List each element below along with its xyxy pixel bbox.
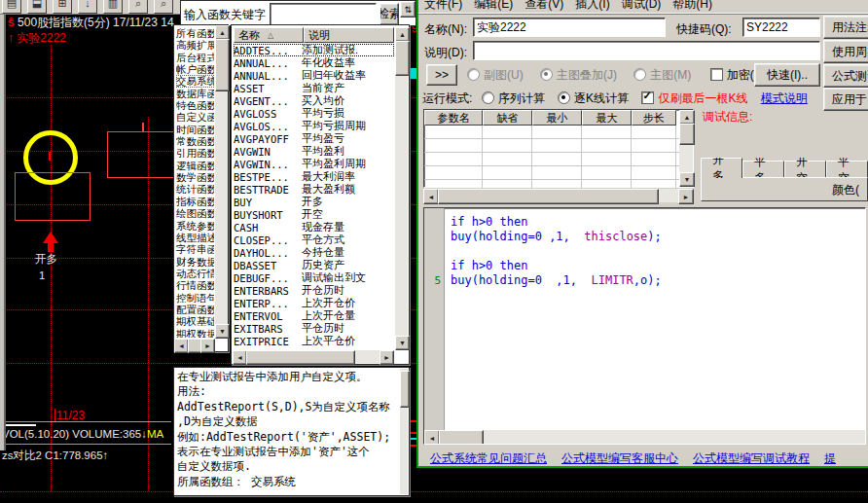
scroll-right-icon[interactable]: ► — [380, 350, 394, 365]
category-item[interactable]: 常数函数 — [176, 135, 214, 147]
help-link[interactable]: 公式系统常见问题汇总 — [430, 450, 547, 467]
function-search-input[interactable] — [270, 3, 377, 25]
usage-period-button[interactable]: 使用周期 — [823, 40, 868, 63]
help-link[interactable]: 公式模型编写调试教程 — [693, 450, 810, 467]
category-item[interactable]: 引用函数 — [176, 147, 214, 159]
layers-icon[interactable]: ⬓ — [27, 0, 47, 14]
parameter-column-header[interactable]: 缺省 — [483, 110, 532, 126]
mainchart-radio[interactable] — [633, 68, 646, 81]
scroll-thumb[interactable] — [439, 430, 484, 445]
tab-close-short[interactable]: 平空 — [826, 161, 868, 178]
scroll-left-icon[interactable]: ◄ — [174, 339, 189, 353]
category-item[interactable]: 特色函数 — [176, 99, 214, 111]
category-item[interactable]: 数学函数 — [176, 171, 214, 183]
subchart-radio[interactable] — [467, 68, 480, 81]
apply-to-button[interactable]: 应用于 — [823, 88, 868, 111]
down-arrow-icon[interactable]: ↓ — [78, 0, 97, 14]
category-item[interactable]: 动态行情 — [176, 268, 214, 279]
category-item[interactable]: 绘图函数 — [176, 207, 214, 219]
scroll-thumb[interactable] — [400, 371, 410, 408]
scroll-left-icon[interactable]: ◄ — [424, 430, 440, 445]
quick-button[interactable]: 快速(I).. — [754, 63, 820, 87]
category-item[interactable]: 线型描述 — [176, 232, 214, 243]
menu-item[interactable]: 文件(F) — [418, 0, 468, 13]
description-scrollbar[interactable] — [400, 369, 408, 494]
code-hscrollbar[interactable]: ◄ — [424, 430, 865, 444]
parameter-row[interactable] — [424, 166, 693, 180]
category-item[interactable]: 配置函数 — [176, 304, 214, 315]
parameter-column-header[interactable]: 最小 — [532, 110, 582, 126]
expand-button[interactable]: >> — [426, 64, 457, 86]
category-item[interactable]: 数据库函 — [176, 88, 214, 99]
menu-item[interactable]: 编辑(E) — [468, 0, 519, 13]
column-header-desc[interactable]: 说明 — [304, 27, 394, 43]
category-item[interactable]: 逻辑函数 — [176, 160, 214, 171]
tab-open-long[interactable]: 开多 — [701, 158, 742, 178]
category-item[interactable]: 高频扩展 — [176, 39, 214, 51]
category-item[interactable]: 控制语句 — [176, 292, 214, 304]
usage-notes-button[interactable]: 用法注释 — [823, 16, 868, 39]
help-link[interactable]: 提 — [824, 450, 836, 467]
grid-icon[interactable]: ⊞ — [53, 0, 72, 14]
tab-close-long[interactable]: 平多 — [742, 161, 784, 178]
window-icon[interactable]: ▤ — [2, 0, 21, 14]
scroll-right-icon[interactable]: ► — [678, 189, 694, 204]
parameter-row[interactable] — [424, 126, 693, 139]
scroll-up-icon[interactable]: ▲ — [679, 110, 695, 125]
scroll-thumb[interactable] — [246, 350, 355, 365]
category-item[interactable]: 帐户函数 — [176, 63, 214, 75]
function-row[interactable]: EXITPRICE 上次平仓价 — [234, 335, 394, 347]
scroll-down-icon[interactable]: ▼ — [215, 324, 230, 339]
category-item[interactable]: 交易系统 — [176, 75, 214, 87]
chart-icon[interactable]: ▥ — [103, 0, 123, 14]
zoom-in-icon[interactable]: ⌕ — [154, 0, 173, 14]
scroll-left-icon[interactable]: ◄ — [423, 189, 439, 204]
function-hscrollbar[interactable]: ◄ ► — [233, 350, 394, 363]
category-item[interactable]: 系统参数 — [176, 220, 214, 232]
category-item[interactable]: 时间函数 — [176, 124, 214, 135]
formula-description-input[interactable] — [473, 41, 820, 60]
category-item[interactable]: 统计函数 — [176, 183, 214, 195]
help-link[interactable]: 公式模型编写客服中心 — [561, 450, 678, 467]
scroll-left-icon[interactable]: ◄ — [233, 350, 247, 365]
menu-item[interactable]: 查看(V) — [519, 0, 569, 13]
category-item[interactable]: 指标函数 — [176, 196, 214, 207]
scroll-up-icon[interactable]: ▲ — [395, 27, 410, 42]
parameter-row[interactable] — [424, 153, 693, 166]
category-item[interactable]: 字符串函 — [176, 243, 214, 255]
category-vscrollbar[interactable]: ▲ ▼ — [215, 25, 228, 339]
scroll-down-icon[interactable]: ▼ — [679, 172, 695, 187]
category-item[interactable]: 所有函数 — [176, 27, 214, 39]
overlay-radio[interactable] — [540, 68, 553, 81]
encrypt-checkbox[interactable] — [710, 68, 723, 81]
scroll-right-icon[interactable]: ► — [200, 339, 215, 353]
tab-open-short[interactable]: 开空 — [784, 161, 826, 178]
parameter-column-header[interactable]: 参数名 — [424, 110, 483, 126]
menu-item[interactable]: 帮助(H) — [667, 0, 718, 13]
parameter-hscrollbar[interactable]: ◄ ► — [423, 189, 694, 202]
parameter-column-header[interactable]: 最大 — [582, 110, 632, 126]
category-item[interactable]: 期权数据 — [176, 328, 214, 338]
hotkey-input[interactable] — [742, 18, 820, 37]
function-vscrollbar[interactable]: ▲ ▼ — [395, 27, 408, 350]
menu-item[interactable]: 插入(I) — [569, 0, 615, 13]
scroll-thumb[interactable] — [215, 39, 230, 91]
per-bar-calc-radio[interactable] — [558, 91, 570, 104]
scroll-thumb[interactable] — [395, 41, 410, 76]
parameter-column-header[interactable]: 步长 — [632, 110, 676, 126]
refresh-last-checkbox[interactable] — [641, 91, 654, 104]
parameter-row[interactable] — [424, 139, 693, 153]
scroll-down-icon[interactable]: ▼ — [395, 336, 410, 350]
parameter-vscrollbar[interactable]: ▲ ▼ — [679, 110, 693, 187]
category-hscrollbar[interactable]: ◄ ► — [174, 339, 215, 351]
scroll-thumb[interactable] — [679, 124, 695, 145]
search-button[interactable]: 检索 — [380, 3, 399, 25]
sequence-calc-radio[interactable] — [482, 91, 494, 104]
code-editor[interactable]: 5 if h>0 thenbuy(holding=0 ,1, thisclose… — [423, 207, 866, 445]
category-item[interactable]: 自定义函 — [176, 111, 214, 123]
spin-button[interactable]: ⇅ — [400, 1, 416, 18]
category-item[interactable]: 后台程式 — [176, 52, 214, 63]
formula-name-input[interactable] — [473, 18, 666, 37]
scroll-thumb[interactable] — [438, 189, 659, 204]
category-item[interactable]: 期权基础 — [176, 315, 214, 327]
